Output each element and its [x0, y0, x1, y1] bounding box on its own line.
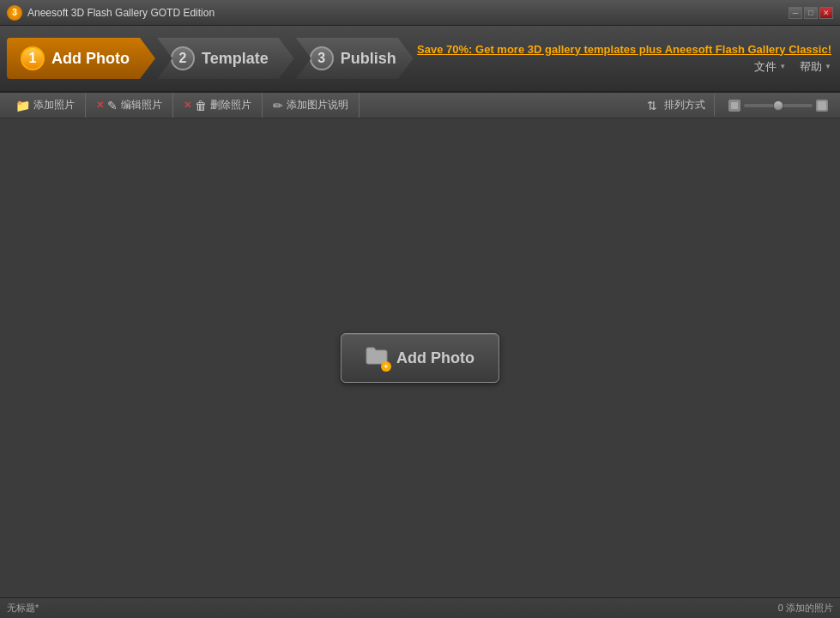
header-right: Save 70%: Get more 3D gallery templates … — [417, 43, 831, 75]
step-1[interactable]: 1 Add Photo — [7, 38, 155, 79]
zoom-slider-thumb[interactable] — [773, 100, 783, 111]
menu-file-label: 文件 — [754, 59, 777, 75]
toolbar-edit-photo-label: 编辑照片 — [121, 98, 162, 112]
step-2-num: 2 — [171, 46, 195, 70]
menu-bar: 文件 ▼ 帮助 ▼ — [754, 59, 831, 75]
menu-file[interactable]: 文件 ▼ — [754, 59, 786, 75]
zoom-small-icon[interactable] — [728, 100, 740, 112]
title-bar: 3 Aneesoft 3D Flash Gallery GOTD Edition… — [0, 0, 840, 26]
svg-rect-0 — [731, 102, 738, 109]
step-1-label: Add Photo — [51, 50, 130, 68]
add-plus-icon: + — [381, 361, 391, 372]
step-2[interactable]: 2 Template — [157, 38, 294, 79]
header: 1 Add Photo 2 Template 3 Publish Save 70… — [0, 26, 840, 93]
zoom-slider[interactable] — [744, 104, 813, 107]
title-bar-left: 3 Aneesoft 3D Flash Gallery GOTD Edition — [7, 5, 215, 21]
toolbar-right: ⇅ 排列方式 — [638, 94, 835, 116]
toolbar-edit-photo[interactable]: ✕ ✎ 编辑照片 — [86, 93, 173, 118]
caption-icon: ✏ — [273, 99, 283, 112]
toolbar-add-photo[interactable]: 📁 添加照片 — [5, 93, 86, 118]
window-controls: ─ □ ✕ — [789, 7, 833, 19]
delete-x-icon: ✕ — [184, 100, 191, 111]
close-button[interactable]: ✕ — [819, 7, 833, 19]
sort-button[interactable]: ⇅ 排列方式 — [638, 94, 715, 116]
toolbar-delete-photo-label: 删除照片 — [210, 98, 251, 112]
menu-help-arrow: ▼ — [825, 63, 831, 70]
steps: 1 Add Photo 2 Template 3 Publish — [9, 38, 414, 79]
toolbar-add-caption-label: 添加图片说明 — [287, 98, 348, 112]
step-3-num: 3 — [310, 46, 334, 70]
menu-help[interactable]: 帮助 ▼ — [800, 59, 831, 75]
toolbar-add-caption[interactable]: ✏ 添加图片说明 — [263, 93, 360, 118]
status-photo-count: 0 添加的照片 — [778, 602, 833, 615]
edit-x-icon: ✕ — [96, 100, 104, 111]
zoom-control — [722, 100, 835, 112]
add-photo-icon: 📁 — [15, 99, 30, 112]
toolbar-delete-photo[interactable]: ✕ 🗑 删除照片 — [173, 93, 263, 118]
zoom-large-icon[interactable] — [816, 100, 828, 112]
status-bar: 无标题* 0 添加的照片 — [0, 597, 840, 618]
delete-photo-icon: 🗑 — [195, 99, 207, 112]
app-icon: 3 — [7, 5, 22, 21]
status-filename: 无标题* — [7, 602, 39, 615]
restore-button[interactable]: □ — [804, 7, 818, 19]
menu-file-arrow: ▼ — [779, 63, 786, 70]
step-2-label: Template — [202, 50, 269, 68]
step-1-num: 1 — [21, 46, 45, 70]
step-3[interactable]: 3 Publish — [296, 38, 414, 79]
toolbar: 📁 添加照片 ✕ ✎ 编辑照片 ✕ 🗑 删除照片 ✏ 添加图片说明 ⇅ 排列方式 — [0, 93, 840, 118]
add-photo-center-label: Add Photo — [396, 349, 474, 367]
add-photo-center-button[interactable]: + Add Photo — [341, 333, 499, 383]
svg-rect-1 — [818, 101, 826, 110]
promo-text[interactable]: Save 70%: Get more 3D gallery templates … — [417, 43, 831, 56]
edit-photo-icon: ✎ — [107, 99, 118, 112]
title-text: Aneesoft 3D Flash Gallery GOTD Edition — [27, 7, 215, 19]
toolbar-add-photo-label: 添加照片 — [33, 98, 75, 112]
sort-label: 排列方式 — [664, 98, 705, 112]
sort-icon: ⇅ — [647, 99, 657, 112]
step-3-label: Publish — [341, 50, 396, 68]
minimize-button[interactable]: ─ — [789, 7, 802, 19]
menu-help-label: 帮助 — [800, 59, 822, 75]
main-content: + Add Photo — [0, 118, 840, 597]
add-photo-folder-icon: + — [366, 346, 388, 370]
